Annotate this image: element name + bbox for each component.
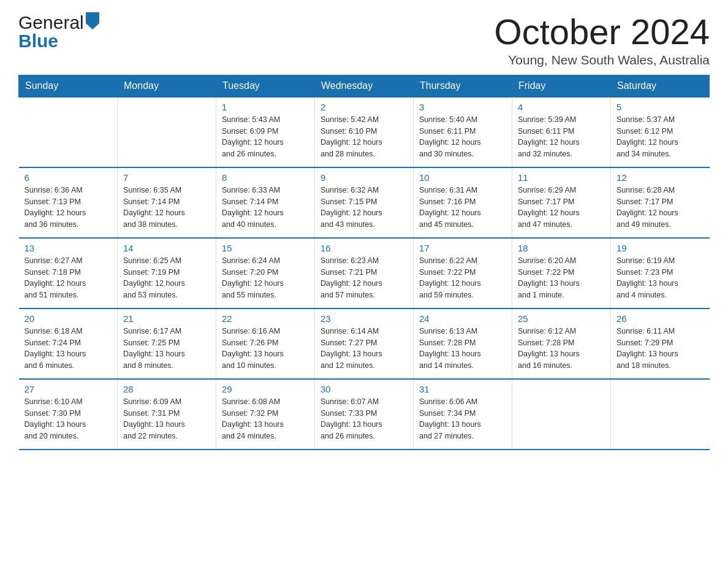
day-info: Sunrise: 6:29 AM Sunset: 7:17 PM Dayligh… <box>518 186 580 229</box>
day-info: Sunrise: 5:40 AM Sunset: 6:11 PM Dayligh… <box>419 115 481 158</box>
day-number: 8 <box>222 172 309 183</box>
calendar-cell: 18Sunrise: 6:20 AM Sunset: 7:22 PM Dayli… <box>512 238 611 308</box>
day-info: Sunrise: 6:23 AM Sunset: 7:21 PM Dayligh… <box>320 256 382 299</box>
day-info: Sunrise: 6:36 AM Sunset: 7:13 PM Dayligh… <box>25 186 86 229</box>
calendar-cell: 17Sunrise: 6:22 AM Sunset: 7:22 PM Dayli… <box>414 238 512 308</box>
day-number: 17 <box>419 243 506 253</box>
day-number: 15 <box>222 243 309 253</box>
day-info: Sunrise: 6:27 AM Sunset: 7:18 PM Dayligh… <box>25 256 86 299</box>
calendar-cell <box>19 97 118 167</box>
calendar-cell: 13Sunrise: 6:27 AM Sunset: 7:18 PM Dayli… <box>19 238 118 308</box>
calendar-cell <box>512 379 611 450</box>
day-number: 1 <box>222 102 309 112</box>
calendar-cell: 21Sunrise: 6:17 AM Sunset: 7:25 PM Dayli… <box>118 308 216 379</box>
calendar-week-row: 27Sunrise: 6:10 AM Sunset: 7:30 PM Dayli… <box>19 379 710 450</box>
calendar-table: Sunday Monday Tuesday Wednesday Thursday… <box>18 75 710 450</box>
col-friday: Friday <box>512 75 611 97</box>
day-info: Sunrise: 6:06 AM Sunset: 7:34 PM Dayligh… <box>419 397 481 440</box>
logo-arrow-icon <box>86 12 99 29</box>
day-info: Sunrise: 5:37 AM Sunset: 6:12 PM Dayligh… <box>616 115 678 158</box>
logo-general: General <box>18 12 84 33</box>
day-number: 28 <box>123 384 210 394</box>
day-number: 5 <box>616 102 704 112</box>
day-info: Sunrise: 6:07 AM Sunset: 7:33 PM Dayligh… <box>320 397 382 440</box>
day-number: 19 <box>616 243 704 253</box>
day-info: Sunrise: 6:10 AM Sunset: 7:30 PM Dayligh… <box>25 397 86 440</box>
calendar-cell: 23Sunrise: 6:14 AM Sunset: 7:27 PM Dayli… <box>315 308 414 379</box>
day-number: 9 <box>320 172 408 183</box>
calendar-cell: 19Sunrise: 6:19 AM Sunset: 7:23 PM Dayli… <box>611 238 710 308</box>
day-info: Sunrise: 6:31 AM Sunset: 7:16 PM Dayligh… <box>419 186 481 229</box>
day-number: 23 <box>320 313 408 324</box>
day-number: 12 <box>616 172 704 183</box>
day-number: 29 <box>222 384 309 394</box>
day-number: 25 <box>518 313 605 324</box>
day-info: Sunrise: 6:33 AM Sunset: 7:14 PM Dayligh… <box>222 186 284 229</box>
calendar-cell: 7Sunrise: 6:35 AM Sunset: 7:14 PM Daylig… <box>118 167 216 238</box>
calendar-cell <box>118 97 216 167</box>
day-number: 10 <box>419 172 506 183</box>
day-number: 7 <box>123 172 210 183</box>
day-info: Sunrise: 6:25 AM Sunset: 7:19 PM Dayligh… <box>123 256 185 299</box>
day-info: Sunrise: 5:42 AM Sunset: 6:10 PM Dayligh… <box>320 115 382 158</box>
day-info: Sunrise: 5:43 AM Sunset: 6:09 PM Dayligh… <box>222 115 284 158</box>
day-number: 11 <box>518 172 605 183</box>
calendar-cell: 8Sunrise: 6:33 AM Sunset: 7:14 PM Daylig… <box>216 167 315 238</box>
calendar-cell: 1Sunrise: 5:43 AM Sunset: 6:09 PM Daylig… <box>216 97 315 167</box>
calendar-week-row: 13Sunrise: 6:27 AM Sunset: 7:18 PM Dayli… <box>19 238 710 308</box>
svg-marker-0 <box>86 12 99 29</box>
calendar-cell: 22Sunrise: 6:16 AM Sunset: 7:26 PM Dayli… <box>216 308 315 379</box>
calendar-cell: 31Sunrise: 6:06 AM Sunset: 7:34 PM Dayli… <box>414 379 512 450</box>
calendar-cell: 20Sunrise: 6:18 AM Sunset: 7:24 PM Dayli… <box>19 308 118 379</box>
day-info: Sunrise: 6:08 AM Sunset: 7:32 PM Dayligh… <box>222 397 284 440</box>
calendar-cell <box>611 379 710 450</box>
day-number: 4 <box>518 102 605 112</box>
calendar-cell: 5Sunrise: 5:37 AM Sunset: 6:12 PM Daylig… <box>611 97 710 167</box>
day-info: Sunrise: 6:09 AM Sunset: 7:31 PM Dayligh… <box>123 397 185 440</box>
calendar-header-row: Sunday Monday Tuesday Wednesday Thursday… <box>19 75 710 97</box>
calendar-week-row: 20Sunrise: 6:18 AM Sunset: 7:24 PM Dayli… <box>19 308 710 379</box>
day-number: 2 <box>320 102 408 112</box>
calendar-cell: 14Sunrise: 6:25 AM Sunset: 7:19 PM Dayli… <box>118 238 216 308</box>
logo: General Blue <box>18 12 99 52</box>
calendar-cell: 29Sunrise: 6:08 AM Sunset: 7:32 PM Dayli… <box>216 379 315 450</box>
day-info: Sunrise: 6:14 AM Sunset: 7:27 PM Dayligh… <box>320 327 382 370</box>
col-sunday: Sunday <box>19 75 118 97</box>
calendar-week-row: 6Sunrise: 6:36 AM Sunset: 7:13 PM Daylig… <box>19 167 710 238</box>
day-number: 3 <box>419 102 506 112</box>
day-number: 21 <box>123 313 210 324</box>
calendar-cell: 24Sunrise: 6:13 AM Sunset: 7:28 PM Dayli… <box>414 308 512 379</box>
day-number: 6 <box>25 172 112 183</box>
col-tuesday: Tuesday <box>216 75 315 97</box>
day-info: Sunrise: 6:28 AM Sunset: 7:17 PM Dayligh… <box>616 186 678 229</box>
calendar-cell: 16Sunrise: 6:23 AM Sunset: 7:21 PM Dayli… <box>315 238 414 308</box>
page-header: General Blue October 2024 Young, New Sou… <box>18 12 710 67</box>
day-info: Sunrise: 6:22 AM Sunset: 7:22 PM Dayligh… <box>419 256 481 299</box>
col-monday: Monday <box>118 75 216 97</box>
day-number: 16 <box>320 243 408 253</box>
day-number: 14 <box>123 243 210 253</box>
calendar-cell: 26Sunrise: 6:11 AM Sunset: 7:29 PM Dayli… <box>611 308 710 379</box>
day-number: 26 <box>616 313 704 324</box>
day-number: 13 <box>25 243 112 253</box>
col-saturday: Saturday <box>611 75 710 97</box>
day-info: Sunrise: 6:20 AM Sunset: 7:22 PM Dayligh… <box>518 256 580 299</box>
location-subtitle: Young, New South Wales, Australia <box>495 53 710 67</box>
day-info: Sunrise: 5:39 AM Sunset: 6:11 PM Dayligh… <box>518 115 580 158</box>
col-wednesday: Wednesday <box>315 75 414 97</box>
month-title: October 2024 <box>495 12 710 52</box>
day-number: 30 <box>320 384 408 394</box>
day-number: 18 <box>518 243 605 253</box>
calendar-cell: 15Sunrise: 6:24 AM Sunset: 7:20 PM Dayli… <box>216 238 315 308</box>
col-thursday: Thursday <box>414 75 512 97</box>
day-info: Sunrise: 6:35 AM Sunset: 7:14 PM Dayligh… <box>123 186 185 229</box>
calendar-cell: 11Sunrise: 6:29 AM Sunset: 7:17 PM Dayli… <box>512 167 611 238</box>
day-info: Sunrise: 6:17 AM Sunset: 7:25 PM Dayligh… <box>123 327 185 370</box>
day-info: Sunrise: 6:19 AM Sunset: 7:23 PM Dayligh… <box>616 256 678 299</box>
calendar-cell: 3Sunrise: 5:40 AM Sunset: 6:11 PM Daylig… <box>414 97 512 167</box>
logo-blue: Blue <box>18 31 58 52</box>
day-number: 22 <box>222 313 309 324</box>
calendar-cell: 30Sunrise: 6:07 AM Sunset: 7:33 PM Dayli… <box>315 379 414 450</box>
day-number: 20 <box>25 313 112 324</box>
day-info: Sunrise: 6:12 AM Sunset: 7:28 PM Dayligh… <box>518 327 580 370</box>
